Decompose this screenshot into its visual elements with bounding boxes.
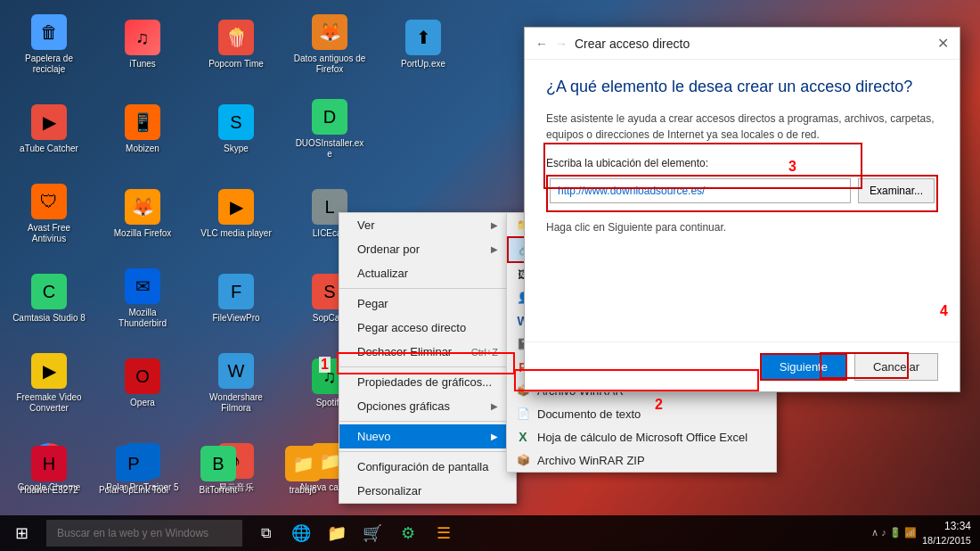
icon-duos-img: D (312, 99, 347, 135)
context-menu-config-label: Configuración de pantalla (357, 460, 488, 473)
icon-polaruplink[interactable]: P Polar UpLink Tool (94, 435, 174, 506)
icon-vlc-label: VLC media player (200, 228, 271, 239)
taskbar-task-view[interactable]: ⧉ (249, 517, 282, 549)
icon-camtasia-label: Camtasia Studio 8 (12, 313, 86, 324)
icon-recycle-label: Papelera de reciclaje (12, 53, 86, 75)
icon-bittorrent-img: B (200, 446, 236, 481)
icon-itunes[interactable]: ♫ iTunes (102, 9, 183, 80)
icon-atube[interactable]: ▶ aTube Catcher (9, 94, 89, 165)
icon-polaruplink-img: P (116, 446, 151, 481)
context-menu: Ver ▶ Ordenar por ▶ Actualizar Pegar Peg… (339, 212, 517, 504)
icon-avast[interactable]: 🛡 Avast Free Antivirus (9, 178, 89, 250)
context-menu-deshacer[interactable]: Deshacer Eliminar Ctrl+Z (339, 340, 516, 364)
icon-freemake[interactable]: ▶ Freemake Video Converter (9, 348, 89, 419)
dialog-cancel-button[interactable]: Cancelar (854, 353, 938, 381)
icon-popcorn[interactable]: 🍿 Popcorn Time (196, 9, 276, 80)
context-menu-sep2 (339, 366, 516, 367)
icon-vlc[interactable]: ▶ VLC media player (196, 178, 276, 250)
taskbar-app4[interactable]: ⚙ (392, 517, 424, 549)
icon-portup-img: ⬆ (405, 20, 441, 55)
dialog-description: Este asistente le ayuda a crear accesos … (546, 111, 938, 143)
submenu-excel-label: Hoja de cálculo de Microsoft Office Exce… (537, 431, 747, 444)
dialog-create-shortcut: ← → Crear acceso directo ✕ ¿A qué elemen… (524, 27, 960, 392)
dialog-location-input[interactable] (550, 178, 851, 203)
taskbar-search-input[interactable] (46, 520, 242, 547)
icon-duos[interactable]: D DUOSInstaller.exe (290, 94, 370, 165)
taskbar-explorer[interactable]: 📁 (321, 517, 353, 549)
context-menu-pegar[interactable]: Pegar (339, 292, 516, 316)
context-menu-sep3 (339, 421, 516, 422)
icon-huawei-label: Huawei E3272 (20, 485, 78, 496)
dialog-footer: Siguiente Cancelar (525, 341, 960, 391)
taskbar-edge[interactable]: 🌐 (285, 517, 317, 549)
icon-camtasia[interactable]: C Camtasia Studio 8 (9, 263, 89, 334)
taskbar-time: 13:34 (922, 520, 971, 534)
icon-firefox[interactable]: 🦊 Mozilla Firefox (102, 178, 183, 250)
icon-opera-img: O (125, 358, 160, 394)
icon-mobizen[interactable]: 📱 Mobizen (102, 94, 183, 165)
dialog-next-button[interactable]: Siguiente (760, 353, 847, 381)
context-menu-nuevo[interactable]: Nuevo ▶ (339, 424, 516, 448)
annotation-label-1: 1 (319, 357, 331, 373)
icon-datos[interactable]: 🦊 Datos antiguos de Firefox (290, 9, 370, 80)
icon-fileview[interactable]: F FileViewPro (196, 263, 276, 334)
icon-opera[interactable]: O Opera (102, 348, 183, 419)
dialog-browse-button[interactable]: Examinar... (858, 178, 935, 203)
context-menu-pegar-acceso[interactable]: Pegar acceso directo (339, 316, 516, 340)
taskbar-store[interactable]: 🛒 (356, 517, 388, 549)
icon-wondershare-label: Wondershare Filmora (200, 392, 273, 414)
icon-freemake-label: Freemake Video Converter (12, 392, 86, 414)
submenu-texto[interactable]: 📄 Documento de texto (507, 402, 776, 425)
dialog-title-label: Crear acceso directo (575, 37, 930, 51)
icon-portup[interactable]: ⬆ PortUp.exe (383, 9, 463, 80)
icon-duos-label: DUOSInstaller.exe (293, 138, 366, 160)
taskbar-start-button[interactable]: ⊞ (0, 515, 43, 551)
context-menu-opciones[interactable]: Opciones gráficas ▶ (339, 394, 516, 418)
context-menu-ver-label: Ver (357, 218, 375, 232)
context-menu-ver-arrow: ▶ (491, 220, 498, 230)
icon-thunderbird-img: ✉ (125, 268, 160, 304)
context-menu-deshacer-shortcut: Ctrl+Z (471, 347, 498, 358)
context-menu-ordenar-label: Ordenar por (357, 243, 420, 256)
context-menu-ver[interactable]: Ver ▶ (339, 213, 516, 237)
icon-atube-label: aTube Catcher (20, 144, 78, 154)
dialog-field-label: Escriba la ubicación del elemento: (546, 157, 938, 169)
taskbar-app5[interactable]: ☰ (428, 517, 460, 549)
taskbar-tray-icons: ∧ ♪ 🔋 📶 (871, 527, 917, 539)
context-menu-ordenar-arrow: ▶ (491, 244, 498, 254)
icon-recycle[interactable]: 🗑 Papelera de reciclaje (9, 9, 89, 80)
dialog-close-button[interactable]: ✕ (937, 35, 949, 52)
icon-wondershare[interactable]: W Wondershare Filmora (196, 348, 276, 419)
icon-mobizen-label: Mobizen (126, 144, 159, 154)
icon-recycle-img: 🗑 (31, 14, 67, 50)
icon-popcorn-label: Popcorn Time (208, 59, 264, 70)
context-menu-actualizar[interactable]: Actualizar (339, 261, 516, 285)
dialog-heading: ¿A qué elemento le desea crear un acceso… (546, 78, 938, 96)
icon-freemake-img: ▶ (31, 353, 67, 389)
context-menu-propiedades[interactable]: Propiedades de gráficos... (339, 370, 516, 394)
dialog-forward-button[interactable]: → (555, 37, 568, 51)
annotation-label-3: 3 (788, 159, 796, 175)
submenu-excel[interactable]: X Hoja de cálculo de Microsoft Office Ex… (507, 425, 776, 448)
submenu-excel-icon: X (516, 430, 530, 444)
icon-firefox-label: Mozilla Firefox (114, 228, 171, 239)
icon-trabajo[interactable]: 📁 trabajo (263, 435, 343, 506)
context-menu-propiedades-label: Propiedades de gráficos... (357, 375, 492, 389)
context-menu-sep1 (339, 288, 516, 289)
icon-wondershare-img: W (218, 353, 254, 389)
taskbar-clock: 13:34 18/12/2015 (922, 520, 971, 547)
context-menu-config-pantalla[interactable]: Configuración de pantalla (339, 455, 516, 479)
submenu-zip-icon: 📦 (516, 453, 530, 467)
dialog-input-row: Examinar... (550, 178, 935, 203)
dialog-back-button[interactable]: ← (535, 37, 548, 51)
icon-huawei[interactable]: H Huawei E3272 (9, 435, 89, 506)
icon-trabajo-label: trabajo (290, 485, 317, 496)
icon-fileview-label: FileViewPro (212, 313, 259, 324)
icon-skype-label: Skype (224, 144, 249, 154)
context-menu-ordenar[interactable]: Ordenar por ▶ (339, 237, 516, 261)
context-menu-personalizar[interactable]: Personalizar (339, 479, 516, 503)
icon-bittorrent[interactable]: B BitTorrent (178, 435, 258, 506)
icon-skype[interactable]: S Skype (196, 94, 276, 165)
icon-thunderbird[interactable]: ✉ Mozilla Thunderbird (102, 263, 183, 334)
submenu-winrar-zip[interactable]: 📦 Archivo WinRAR ZIP (507, 448, 776, 472)
